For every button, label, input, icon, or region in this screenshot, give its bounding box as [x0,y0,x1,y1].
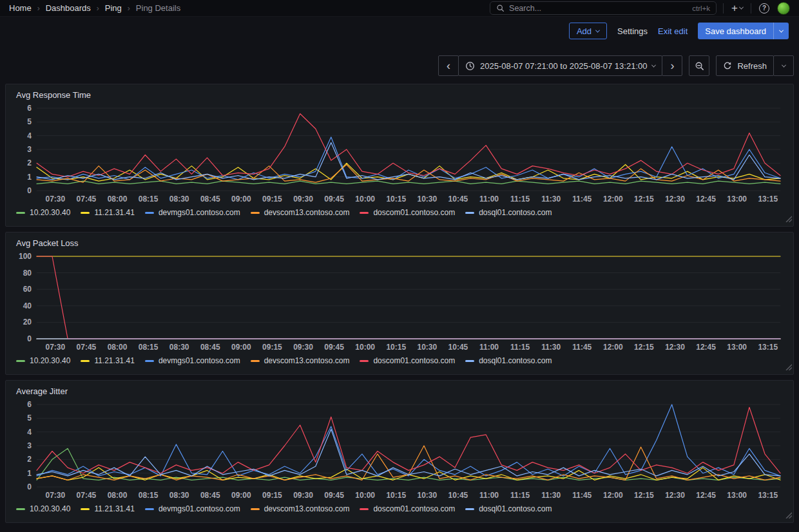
svg-text:09:00: 09:00 [231,491,251,500]
breadcrumb-home[interactable]: Home [9,3,32,13]
user-avatar[interactable] [777,2,790,15]
legend-swatch [465,212,474,214]
legend-item[interactable]: 11.21.31.41 [81,356,135,365]
timeseries-chart-canvas[interactable]: 012345607:3007:4508:0008:1508:3008:4509:… [15,103,783,205]
legend-item[interactable]: doscom01.contoso.com [360,356,455,365]
svg-text:09:00: 09:00 [231,343,251,352]
breadcrumb-ping[interactable]: Ping [105,3,122,13]
breadcrumb-dashboards[interactable]: Dashboards [46,3,91,13]
time-shift-forward-button[interactable]: › [662,55,682,76]
breadcrumb-current-page: Ping Details [136,3,180,13]
svg-text:20: 20 [23,318,32,327]
legend-item[interactable]: 10.20.30.40 [16,504,70,513]
legend-item[interactable]: dosql01.contoso.com [465,356,552,365]
svg-text:09:30: 09:30 [293,491,313,500]
svg-text:10:15: 10:15 [386,491,406,500]
zoom-out-button[interactable] [689,55,709,76]
legend-item[interactable]: devscom13.contoso.com [251,208,350,217]
svg-text:5: 5 [27,117,32,126]
svg-text:08:30: 08:30 [169,195,189,204]
svg-text:09:45: 09:45 [324,195,344,204]
clock-icon [465,61,475,71]
svg-text:0: 0 [27,482,32,491]
save-dashboard-button[interactable]: Save dashboard [698,23,789,39]
legend-item[interactable]: 11.21.31.41 [81,504,135,513]
divider [723,3,724,14]
svg-text:09:15: 09:15 [262,491,282,500]
chevron-down-icon [739,5,744,10]
legend-label: dosql01.contoso.com [479,504,552,513]
panel-resize-handle[interactable] [785,213,792,225]
legend-item[interactable]: dosql01.contoso.com [465,208,552,217]
panel-title[interactable]: Average Jitter [15,385,69,399]
search-input[interactable] [509,4,688,13]
exit-edit-button[interactable]: Exit edit [658,26,688,36]
timeseries-chart-canvas[interactable]: 012345607:3007:4508:0008:1508:3008:4509:… [15,399,783,501]
refresh-button[interactable]: Refresh [716,55,774,76]
legend-item[interactable]: doscom01.contoso.com [360,504,455,513]
legend-swatch [145,508,154,510]
panel-resize-handle[interactable] [785,361,792,373]
timeseries-chart-canvas[interactable]: 02040608010007:3007:4508:0008:1508:3008:… [15,251,783,353]
svg-text:09:00: 09:00 [231,195,251,204]
svg-text:08:00: 08:00 [108,343,128,352]
legend-swatch [81,508,90,510]
legend-item[interactable]: devscom13.contoso.com [251,504,350,513]
svg-text:12:30: 12:30 [665,195,685,204]
legend-item[interactable]: 10.20.30.40 [16,356,70,365]
panel-resize-handle[interactable] [785,509,792,521]
settings-button[interactable]: Settings [617,26,648,36]
legend-item[interactable]: devmgs01.contoso.com [145,356,240,365]
search-shortcut-hint: ctrl+k [692,5,710,12]
time-range-picker[interactable]: 2025-08-07 07:21:00 to 2025-08-07 13:21:… [458,55,663,76]
legend-label: 10.20.30.40 [30,356,70,365]
legend-label: 11.21.31.41 [94,356,135,365]
save-dashboard-dropdown[interactable] [773,23,789,39]
chevron-down-icon [595,28,600,32]
legend-item[interactable]: devmgs01.contoso.com [145,208,240,217]
panel-title[interactable]: Avg Response Time [15,88,92,103]
svg-text:11:15: 11:15 [510,491,530,500]
svg-text:08:30: 08:30 [169,343,189,352]
refresh-label: Refresh [737,61,767,71]
svg-text:10:00: 10:00 [355,195,375,204]
svg-text:07:45: 07:45 [77,343,97,352]
svg-text:10:15: 10:15 [386,343,406,352]
new-menu-button[interactable]: + [730,1,744,15]
legend-label: doscom01.contoso.com [373,504,455,513]
svg-text:0: 0 [27,186,32,195]
svg-text:2: 2 [27,158,32,167]
refresh-interval-dropdown[interactable] [773,55,794,76]
legend-label: devmgs01.contoso.com [159,356,240,365]
legend-item[interactable]: 11.21.31.41 [81,208,135,217]
add-panel-button[interactable]: Add [569,23,607,39]
legend-label: doscom01.contoso.com [373,208,455,217]
svg-text:09:45: 09:45 [324,343,344,352]
breadcrumb-separator: › [128,4,130,13]
time-shift-back-button[interactable]: ‹ [438,55,459,76]
legend-label: devmgs01.contoso.com [159,208,240,217]
help-button[interactable]: ? [758,1,771,15]
svg-text:08:45: 08:45 [200,343,220,352]
legend-label: 11.21.31.41 [94,208,135,217]
legend-item[interactable]: devmgs01.contoso.com [145,504,240,513]
time-toolbar: ‹ 2025-08-07 07:21:00 to 2025-08-07 13:2… [5,55,794,76]
legend-item[interactable]: dosql01.contoso.com [465,504,552,513]
legend-item[interactable]: devscom13.contoso.com [251,356,350,365]
svg-text:60: 60 [23,285,32,294]
legend-item[interactable]: doscom01.contoso.com [360,208,455,217]
zoom-out-icon [695,61,704,71]
top-right-actions: + ? [723,1,790,15]
svg-text:10:45: 10:45 [448,195,468,204]
panel-title[interactable]: Avg Packet Loss [15,236,80,251]
legend-swatch [81,360,90,362]
breadcrumb-separator: › [97,4,99,13]
add-button-label: Add [577,26,592,36]
legend-swatch [360,360,369,362]
svg-text:08:15: 08:15 [139,343,159,352]
search-box[interactable]: ctrl+k [490,1,717,15]
svg-text:12:45: 12:45 [696,491,716,500]
svg-text:12:30: 12:30 [665,491,685,500]
legend-item[interactable]: 10.20.30.40 [16,208,70,217]
svg-text:07:30: 07:30 [45,195,65,204]
